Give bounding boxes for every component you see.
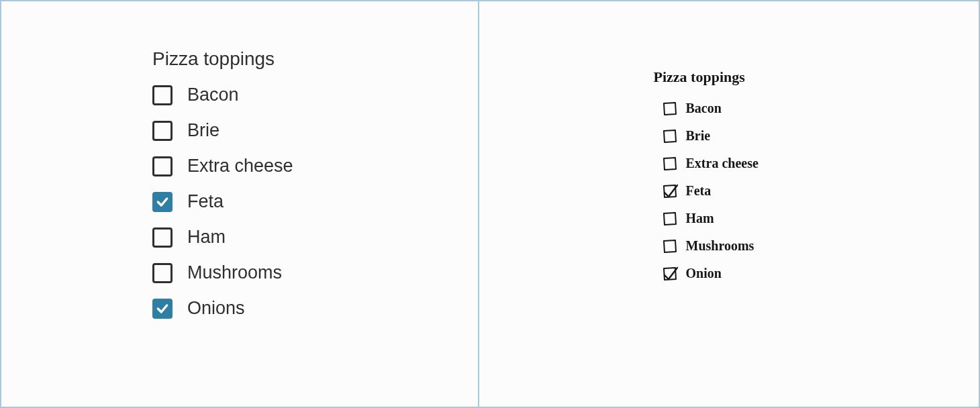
checkbox-label: Feta (187, 191, 224, 212)
checkbox-sketch-icon (663, 267, 677, 280)
checkbox-label: Onions (187, 298, 245, 319)
panel-sketch: Pizza toppings Bacon Brie Extra cheese F… (479, 1, 979, 407)
checkbox-option-extra-cheese[interactable]: Extra cheese (152, 156, 478, 176)
checkbox-icon (152, 85, 173, 105)
checkbox-label: Mushrooms (187, 262, 282, 283)
panel-rendered: Pizza toppings Bacon Brie Extra cheese F… (1, 1, 479, 407)
checkbox-option-ham[interactable]: Ham (654, 211, 979, 226)
checkbox-label: Mushrooms (686, 238, 754, 254)
checkbox-label: Extra cheese (686, 156, 758, 171)
checkbox-option-feta[interactable]: Feta (654, 183, 979, 199)
checkbox-option-onions[interactable]: Onions (152, 298, 478, 319)
checkbox-option-mushrooms[interactable]: Mushrooms (152, 262, 478, 283)
checkbox-icon (152, 263, 173, 283)
checkbox-label: Bacon (686, 101, 722, 116)
checkbox-option-brie[interactable]: Brie (654, 128, 979, 144)
checkbox-option-extra-cheese[interactable]: Extra cheese (654, 156, 979, 171)
checkbox-label: Ham (187, 227, 226, 248)
comparison-frame: Pizza toppings Bacon Brie Extra cheese F… (0, 0, 980, 408)
checkbox-sketch-icon (663, 130, 677, 143)
checkbox-option-mushrooms[interactable]: Mushrooms (654, 238, 979, 254)
checkbox-label: Feta (686, 183, 712, 199)
checkbox-sketch-icon (663, 240, 677, 253)
checkbox-icon (152, 192, 173, 212)
checkbox-sketch-icon (663, 212, 677, 225)
checkbox-option-ham[interactable]: Ham (152, 227, 478, 248)
checkbox-label: Brie (686, 128, 711, 144)
checkbox-sketch-icon (663, 157, 677, 170)
checkbox-option-feta[interactable]: Feta (152, 191, 478, 212)
checkbox-icon (152, 299, 173, 319)
checkbox-label: Onion (686, 266, 722, 281)
checkbox-option-onion[interactable]: Onion (654, 266, 979, 281)
checkbox-label: Extra cheese (187, 156, 293, 176)
group-title: Pizza toppings (654, 68, 979, 86)
checkbox-label: Ham (686, 211, 714, 226)
checkbox-option-bacon[interactable]: Bacon (152, 85, 478, 105)
checkbox-label: Brie (187, 120, 219, 141)
checkbox-option-bacon[interactable]: Bacon (654, 101, 979, 116)
checkbox-icon (152, 121, 173, 141)
checkbox-sketch-icon (663, 185, 677, 198)
checkbox-option-brie[interactable]: Brie (152, 120, 478, 141)
checkbox-icon (152, 227, 173, 248)
checkbox-label: Bacon (187, 85, 239, 105)
checkbox-icon (152, 156, 173, 176)
checkbox-sketch-icon (663, 102, 677, 115)
group-title: Pizza toppings (152, 48, 478, 70)
